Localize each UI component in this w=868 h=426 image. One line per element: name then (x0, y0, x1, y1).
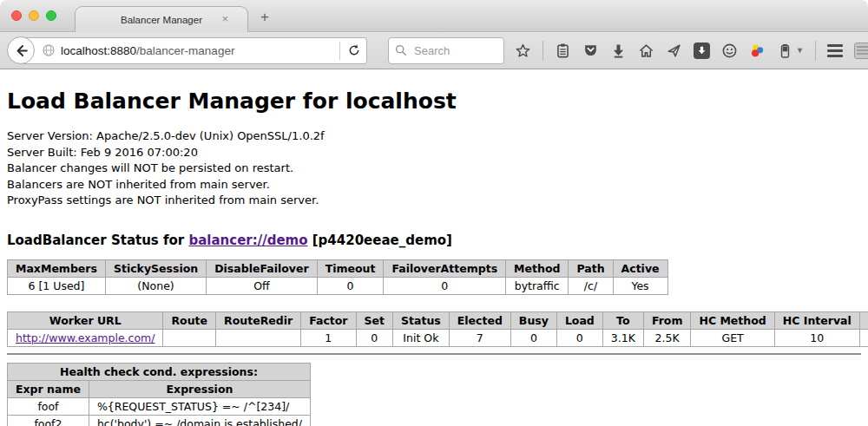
table-cell: http://www.example.com/ (8, 329, 163, 346)
table-cell: (None) (105, 277, 206, 294)
table-row: foof2hc('body') =~ /domain is establishe… (8, 415, 311, 426)
table-cell: 0 (317, 277, 384, 294)
search-input[interactable] (412, 43, 490, 58)
table-cell: 1 (301, 329, 356, 346)
table-cell: GET (691, 329, 774, 346)
save-to-device-icon[interactable] (694, 43, 710, 59)
heading-prefix: LoadBalancer Status for (7, 233, 188, 248)
back-arrow-icon (13, 43, 30, 59)
titlebar: Balancer Manager × + (0, 0, 868, 32)
column-header: Set (356, 311, 392, 329)
table-cell: bytraffic (506, 277, 569, 294)
toolbar-divider (815, 41, 816, 61)
table-cell (216, 329, 301, 346)
navigation-toolbar: localhost:8880/balancer-manager (0, 32, 868, 69)
worker-url-link[interactable]: http://www.example.com/ (16, 331, 155, 344)
server-built-line: Server Built: Feb 9 2016 07:00:20 (7, 145, 861, 161)
search-icon (394, 43, 408, 57)
pocket-icon[interactable] (582, 43, 599, 59)
battery-extension-button[interactable]: ▼ (777, 43, 804, 59)
table-row: foof%{REQUEST_STATUS} =~ /^[234]/ (8, 397, 311, 415)
table-cell: %{REQUEST_STATUS} =~ /^[234]/ (89, 397, 310, 415)
table-cell: 3.1K (602, 329, 643, 346)
column-header: From (643, 311, 691, 329)
home-icon[interactable] (638, 43, 654, 59)
heading-suffix: [p4420eeae_demo] (308, 233, 452, 248)
bookmark-star-icon[interactable] (515, 43, 531, 59)
traffic-lights (11, 10, 56, 21)
url-domain: localhost:8880 (61, 44, 136, 57)
column-header: HC Method (691, 311, 774, 329)
loadbalancer-status-heading: LoadBalancer Status for balancer://demo … (7, 233, 861, 248)
chevron-down-icon[interactable]: ▼ (796, 46, 804, 55)
column-header: StickySession (105, 259, 206, 277)
search-bar[interactable] (388, 37, 504, 64)
column-header: Status (393, 311, 450, 329)
table-cell: Yes (613, 277, 667, 294)
table-row: http://www.example.com/10Init Ok7003.1K2… (8, 329, 868, 346)
persist-notice-line: Balancer changes will NOT be persisted o… (7, 161, 861, 177)
column-header: Expr name (8, 380, 89, 397)
column-header: Worker URL (8, 311, 163, 329)
inherit-notice-line: Balancers are NOT inherited from main se… (7, 177, 861, 193)
tab-close-icon[interactable]: × (221, 13, 228, 24)
column-header: Load (556, 311, 602, 329)
tab-balancer-manager[interactable]: Balancer Manager × (75, 6, 248, 32)
white-down-arrow-icon (696, 45, 707, 56)
worker-status-table: Worker URLRouteRouteRedirFactorSetStatus… (7, 311, 868, 347)
column-header: Path (569, 259, 613, 277)
column-header: Busy (510, 311, 556, 329)
url-path: /balancer-manager (136, 44, 234, 57)
proxypass-notice-line: ProxyPass settings are NOT inherited fro… (7, 193, 861, 209)
back-button[interactable] (7, 36, 35, 64)
table-cell: 10 (774, 329, 859, 346)
table-cell: foof (8, 397, 89, 415)
table-title: Health check cond. expressions: (8, 363, 311, 380)
column-header: Timeout (317, 259, 384, 277)
table-cell: foof2 (8, 415, 89, 426)
table-row: 6 [1 Used](None)Off00bytraffic/c/Yes (8, 277, 668, 294)
table-cell: 7 (449, 329, 510, 346)
balancer-demo-link[interactable]: balancer://demo (188, 233, 307, 248)
server-info: Server Version: Apache/2.5.0-dev (Unix) … (7, 128, 861, 209)
urlbar-divider (339, 42, 340, 60)
column-header: To (602, 311, 643, 329)
table-cell: 0 (556, 329, 602, 346)
table-cell: 1 (0) (859, 329, 868, 346)
table-cell: 0 (384, 277, 506, 294)
feedback-smiley-icon[interactable] (721, 43, 738, 59)
page-content: Load Balancer Manager for localhost Serv… (0, 88, 868, 426)
minimize-window-button[interactable] (29, 10, 39, 21)
close-window-button[interactable] (11, 10, 22, 21)
tab-title: Balancer Manager (121, 15, 202, 25)
server-version-line: Server Version: Apache/2.5.0-dev (Unix) … (7, 128, 861, 145)
column-header: Expression (89, 380, 310, 397)
battery-icon (777, 43, 793, 59)
table-cell: Init Ok (393, 329, 450, 346)
globe-icon (42, 43, 56, 57)
column-header: Passes (859, 311, 868, 329)
menu-icon[interactable] (827, 44, 843, 57)
tab-center-icon[interactable] (854, 43, 868, 59)
table-cell: Off (207, 277, 317, 294)
column-header: Method (506, 259, 569, 277)
downloads-icon[interactable] (610, 43, 627, 59)
zoom-window-button[interactable] (46, 10, 56, 21)
table-cell: 2.5K (643, 329, 691, 346)
column-header: Route (163, 311, 216, 329)
balancer-settings-table: MaxMembersStickySessionDisableFailoverTi… (7, 259, 668, 295)
colored-dots-extension-icon[interactable] (749, 43, 766, 59)
column-header: Factor (301, 311, 356, 329)
table-cell: /c/ (569, 277, 613, 294)
toolbar-icons: ▼ (515, 41, 868, 61)
new-tab-button[interactable]: + (260, 10, 269, 24)
reload-icon[interactable] (347, 43, 361, 57)
reading-list-icon[interactable] (555, 43, 571, 59)
browser-window: Balancer Manager × + localhost:8880/bala… (0, 0, 868, 426)
url-input[interactable]: localhost:8880/balancer-manager (20, 37, 367, 64)
send-page-icon[interactable] (666, 43, 682, 59)
table-cell: 6 [1 Used] (8, 277, 106, 294)
column-header: FailoverAttempts (384, 259, 506, 277)
health-check-table: Health check cond. expressions:Expr name… (7, 363, 311, 426)
table-cell (163, 329, 216, 346)
